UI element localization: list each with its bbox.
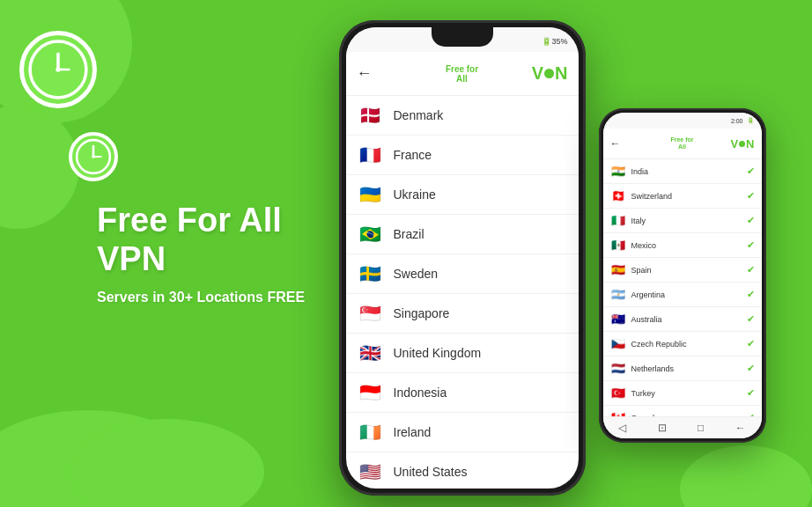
small-country-name: Spain [631,266,652,275]
small-back-button[interactable]: ← [610,137,621,150]
small-country-item[interactable]: 🇲🇽 Mexico ✔ [603,233,762,258]
small-country-item[interactable]: 🇮🇹 Italy ✔ [603,209,762,233]
country-name: Ukraine [394,187,436,202]
small-phone: 2:00 🔋 ← Free for All VN 🇮🇳 India ✔ 🇨🇭 [599,108,766,443]
check-icon: ✔ [747,289,755,300]
small-country-item[interactable]: 🇪🇸 Spain ✔ [603,258,762,283]
app-logo: Free for All [446,64,478,84]
country-item[interactable]: 🇮🇩 Indonesia [346,373,579,413]
check-icon: ✔ [747,338,755,349]
check-icon: ✔ [747,165,755,177]
small-time: 2:00 [731,118,743,124]
country-flag: 🇩🇰 [358,105,383,126]
vpn-logo: VN [532,63,568,84]
small-country-name: Switzerland [631,192,673,201]
country-flag: 🇸🇪 [358,263,383,284]
country-flag: 🇮🇪 [358,422,383,443]
small-country-flag: 🇪🇸 [610,263,626,276]
logo-text-line2: All [456,74,468,84]
small-country-flag: 🇨🇭 [610,189,626,202]
country-item[interactable]: 🇧🇷 Brazil [346,215,579,254]
check-icon: ✔ [747,239,755,251]
main-phone: 🔋35% ← Free for All VN 🇩🇰 Denmark 🇫🇷 Fra… [339,20,586,496]
country-flag: 🇫🇷 [358,144,383,165]
country-name: United States [394,465,468,479]
check-icon: ✔ [747,363,755,374]
nav-icon[interactable]: □ [698,422,704,434]
small-country-item[interactable]: 🇳🇱 Netherlands ✔ [603,356,762,381]
small-country-flag: 🇨🇿 [610,337,626,350]
main-app-header[interactable]: ← Free for All VN [346,52,579,96]
small-phone-screen: 2:00 🔋 ← Free for All VN 🇮🇳 India ✔ 🇨🇭 [603,113,762,438]
small-battery: 🔋 [747,117,755,124]
country-item[interactable]: 🇩🇰 Denmark [346,96,579,136]
check-icon: ✔ [747,264,755,276]
small-country-flag: 🇦🇷 [610,288,626,301]
country-flag: 🇺🇸 [358,461,383,482]
country-item[interactable]: 🇮🇪 Ireland [346,413,579,452]
main-phone-screen: 🔋35% ← Free for All VN 🇩🇰 Denmark 🇫🇷 Fra… [346,27,579,489]
small-country-item[interactable]: 🇦🇷 Argentina ✔ [603,283,762,307]
country-flag: 🇺🇦 [358,184,383,205]
country-name: Indonesia [394,386,447,400]
small-logo-line2: All [678,143,686,151]
country-item[interactable]: 🇸🇬 Singapore [346,294,579,334]
phones-section: 🔋35% ← Free for All VN 🇩🇰 Denmark 🇫🇷 Fra… [301,0,803,507]
nav-bar[interactable]: ◁⊡□← [603,416,762,438]
hero-title: Free For All VPN [97,202,305,278]
small-country-name: Turkey [631,389,655,398]
small-vpn-logo: VN [730,137,754,151]
small-logo-line1: Free for [670,136,693,143]
country-name: Sweden [394,267,439,281]
small-country-item[interactable]: 🇨🇦 Canada ✔ [603,406,762,416]
small-country-item[interactable]: 🇨🇭 Switzerland ✔ [603,184,762,209]
country-flag: 🇬🇧 [358,342,383,364]
logo-text-line1: Free for [446,64,478,74]
small-country-list: 🇮🇳 India ✔ 🇨🇭 Switzerland ✔ 🇮🇹 Italy ✔ 🇲… [603,159,762,416]
small-country-flag: 🇮🇳 [610,165,626,178]
country-item[interactable]: 🇸🇪 Sweden [346,254,579,294]
small-country-flag: 🇳🇱 [610,362,626,375]
country-name: Denmark [394,108,444,122]
hero-text-block: Free For All VPN Servers in 30+ Location… [44,202,305,305]
country-name: Ireland [394,425,432,439]
small-status-bar: 2:00 🔋 [603,113,762,129]
country-item[interactable]: 🇺🇸 United States [346,452,579,489]
small-country-name: Czech Republic [631,340,687,349]
back-button[interactable]: ← [357,64,373,83]
small-country-item[interactable]: 🇨🇿 Czech Republic ✔ [603,332,762,356]
country-name: Brazil [394,227,424,241]
check-icon: ✔ [747,215,755,226]
small-country-name: Italy [631,217,646,225]
small-country-flag: 🇹🇷 [610,386,626,400]
country-flag: 🇧🇷 [358,224,383,245]
phone-notch [432,27,493,47]
nav-icon[interactable]: ◁ [618,422,626,434]
small-app-logo: Free for All [670,136,693,150]
country-flag: 🇮🇩 [358,382,383,403]
check-icon: ✔ [747,190,755,202]
country-name: Singapore [394,306,450,320]
country-item[interactable]: 🇺🇦 Ukraine [346,175,579,215]
country-item[interactable]: 🇬🇧 United Kingdom [346,334,579,373]
country-item[interactable]: 🇫🇷 France [346,136,579,175]
small-country-item[interactable]: 🇦🇺 Australia ✔ [603,307,762,332]
small-country-name: Australia [631,315,662,324]
battery-icon: 🔋35% [542,37,567,46]
small-country-item[interactable]: 🇮🇳 India ✔ [603,159,762,184]
nav-icon[interactable]: ← [735,422,746,434]
hero-subtitle: Servers in 30+ Locations FREE [97,290,305,305]
country-name: France [394,148,432,162]
country-flag: 🇸🇬 [358,303,383,324]
small-country-name: Mexico [631,241,657,250]
small-country-item[interactable]: 🇹🇷 Turkey ✔ [603,381,762,406]
nav-icon[interactable]: ⊡ [658,422,667,434]
check-icon: ✔ [747,387,755,399]
small-country-flag: 🇲🇽 [610,239,626,252]
check-icon: ✔ [747,313,755,325]
main-country-list: 🇩🇰 Denmark 🇫🇷 France 🇺🇦 Ukraine 🇧🇷 Brazi… [346,96,579,489]
small-country-name: India [631,167,649,176]
small-country-name: Argentina [631,290,666,299]
small-app-header[interactable]: ← Free for All VN [603,129,762,159]
small-country-name: Netherlands [631,364,675,373]
